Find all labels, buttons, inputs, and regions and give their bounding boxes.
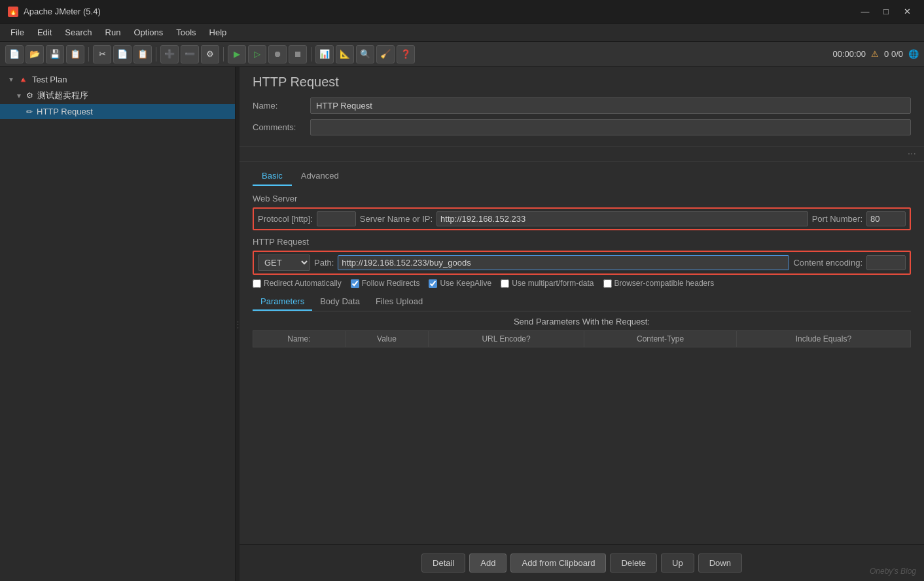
status-warning-icon: ⚠ (871, 49, 879, 59)
server-name-label: Server Name or IP: (360, 214, 433, 224)
down-button[interactable]: Down (698, 554, 742, 572)
menu-help[interactable]: Help (204, 26, 232, 39)
app-icon: 🔥 (8, 7, 18, 17)
toolbar-stop-now[interactable]: ⏹ (289, 45, 307, 63)
test-suite-icon: ⚙ (26, 91, 33, 100)
follow-redirects-checkbox[interactable]: Follow Redirects (351, 279, 420, 288)
toolbar-run-no-pause[interactable]: ▷ (248, 45, 266, 63)
caret-icon: ▼ (16, 92, 22, 99)
toolbar-help[interactable]: ❓ (397, 45, 415, 63)
port-input[interactable] (866, 211, 906, 226)
web-server-label: Web Server (253, 194, 911, 203)
toolbar-minus[interactable]: ➖ (181, 45, 199, 63)
redirect-auto-checkbox[interactable]: Redirect Automatically (253, 279, 342, 288)
toolbar-save[interactable]: 💾 (46, 45, 64, 63)
title-bar-controls: — □ ✕ (856, 3, 916, 21)
protocol-input[interactable] (317, 211, 356, 226)
menu-edit[interactable]: Edit (32, 26, 57, 39)
method-select[interactable]: GET POST PUT DELETE HEAD OPTIONS PATCH (258, 255, 310, 271)
browser-compat-checkbox[interactable]: Browser-compatible headers (603, 279, 715, 288)
multipart-input[interactable] (501, 279, 509, 288)
minimize-button[interactable]: — (856, 3, 874, 21)
inner-tab-body-data[interactable]: Body Data (312, 293, 368, 311)
toolbar-clear[interactable]: 🧹 (376, 45, 395, 63)
server-name-input[interactable] (436, 211, 808, 226)
toolbar-run[interactable]: ▶ (228, 45, 246, 63)
toolbar-settings[interactable]: ⚙ (201, 45, 219, 63)
name-input[interactable] (310, 97, 911, 114)
toolbar-paste[interactable]: 📋 (133, 45, 152, 63)
tabs-bar: Basic Advanced (240, 162, 924, 186)
path-input[interactable] (338, 255, 789, 270)
toolbar-cut[interactable]: ✂ (93, 45, 111, 63)
toolbar: 📄 📂 💾 📋 ✂ 📄 📋 ➕ ➖ ⚙ ▶ ▷ ⏺ ⏹ 📊 📐 🔍 🧹 ❓ 00… (0, 42, 924, 67)
checkboxes-row: Redirect Automatically Follow Redirects … (253, 279, 911, 288)
sidebar-item-test-suite[interactable]: ▼ ⚙ 测试超卖程序 (0, 87, 235, 104)
test-plan-icon: 🔺 (18, 75, 28, 84)
title-bar-left: 🔥 Apache JMeter (5.4) (8, 7, 101, 17)
col-include-equals: Include Equals? (736, 331, 910, 347)
http-request-section: HTTP Request GET POST PUT DELETE HEAD OP… (253, 237, 911, 288)
params-table: Name: Value URL Encode? Content-Type Inc… (253, 330, 911, 511)
menu-search[interactable]: Search (60, 26, 97, 39)
status-globe-icon: 🌐 (908, 49, 919, 59)
redirect-auto-input[interactable] (253, 279, 261, 288)
menu-run[interactable]: Run (100, 26, 126, 39)
follow-redirects-label: Follow Redirects (362, 279, 420, 288)
toolbar-template[interactable]: 📐 (336, 45, 354, 63)
web-server-section: Web Server Protocol [http]: Server Name … (253, 194, 911, 230)
toolbar-status: 00:00:00 ⚠ 0 0/0 🌐 (832, 49, 919, 59)
close-button[interactable]: ✕ (898, 3, 916, 21)
encoding-input[interactable] (866, 255, 906, 270)
delete-button[interactable]: Delete (610, 554, 657, 572)
content-title: HTTP Request (253, 75, 911, 90)
up-button[interactable]: Up (661, 554, 694, 572)
toolbar-search[interactable]: 🔍 (356, 45, 374, 63)
use-keepalive-checkbox[interactable]: Use KeepAlive (429, 279, 491, 288)
follow-redirects-input[interactable] (351, 279, 359, 288)
sidebar-item-test-plan[interactable]: ▼ 🔺 Test Plan (0, 72, 235, 87)
bottom-bar: Detail Add Add from Clipboard Delete Up … (240, 544, 924, 581)
encoding-label: Content encoding: (793, 258, 862, 268)
test-plan-label: Test Plan (32, 75, 67, 84)
toolbar-open[interactable]: 📂 (26, 45, 44, 63)
toolbar-stop[interactable]: ⏺ (268, 45, 287, 63)
toolbar-plus[interactable]: ➕ (160, 45, 179, 63)
window-title: Apache JMeter (5.4) (24, 7, 101, 16)
protocol-label: Protocol [http]: (258, 214, 313, 224)
menu-options[interactable]: Options (128, 26, 168, 39)
detail-button[interactable]: Detail (421, 554, 465, 572)
multipart-label: Use multipart/form-data (512, 279, 594, 288)
server-row: Protocol [http]: Server Name or IP: Port… (253, 207, 911, 230)
params-header: Send Parameters With the Request: (253, 317, 911, 326)
browser-compat-label: Browser-compatible headers (614, 279, 715, 288)
maximize-button[interactable]: □ (877, 3, 895, 21)
inner-tabs-bar: Parameters Body Data Files Upload (253, 293, 911, 311)
multipart-checkbox[interactable]: Use multipart/form-data (501, 279, 594, 288)
toolbar-new[interactable]: 📄 (5, 45, 24, 63)
add-clipboard-button[interactable]: Add from Clipboard (510, 554, 606, 572)
sidebar-item-http-request[interactable]: ✏ HTTP Request (0, 104, 235, 119)
toolbar-sep3 (223, 47, 224, 62)
toolbar-saveas[interactable]: 📋 (66, 45, 84, 63)
http-request-icon: ✏ (26, 107, 33, 116)
dots-row: ··· (240, 147, 924, 162)
title-bar: 🔥 Apache JMeter (5.4) — □ ✕ (0, 0, 924, 24)
col-url-encode: URL Encode? (428, 331, 584, 347)
comments-row: Comments: (253, 119, 911, 135)
name-row: Name: (253, 97, 911, 114)
sidebar: ▼ 🔺 Test Plan ▼ ⚙ 测试超卖程序 ✏ HTTP Request (0, 67, 236, 581)
toolbar-remote[interactable]: 📊 (315, 45, 334, 63)
tab-advanced[interactable]: Advanced (292, 167, 348, 186)
inner-tab-files-upload[interactable]: Files Upload (368, 293, 431, 311)
tab-basic[interactable]: Basic (253, 167, 292, 186)
comments-input[interactable] (310, 119, 911, 135)
menu-file[interactable]: File (5, 26, 29, 39)
use-keepalive-input[interactable] (429, 279, 437, 288)
menu-tools[interactable]: Tools (171, 26, 201, 39)
main-layout: ▼ 🔺 Test Plan ▼ ⚙ 测试超卖程序 ✏ HTTP Request … (0, 67, 924, 581)
browser-compat-input[interactable] (603, 279, 612, 288)
inner-tab-parameters[interactable]: Parameters (253, 293, 312, 311)
add-button[interactable]: Add (469, 554, 506, 572)
toolbar-copy[interactable]: 📄 (113, 45, 132, 63)
